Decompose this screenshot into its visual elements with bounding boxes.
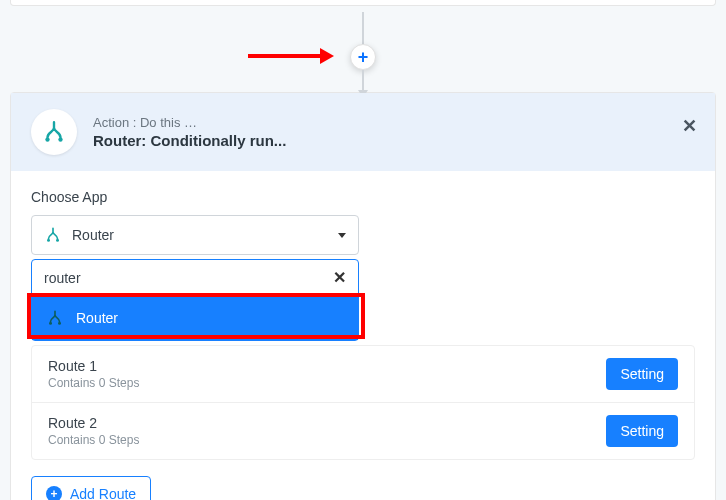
action-title: Router: Conditionally run...	[93, 132, 286, 149]
card-header[interactable]: Action : Do this … Router: Conditionally…	[11, 93, 715, 171]
router-icon	[46, 309, 64, 327]
svg-point-3	[56, 239, 59, 242]
add-route-button[interactable]: + Add Route	[31, 476, 151, 500]
svg-point-5	[58, 322, 61, 325]
route-setting-button[interactable]: Setting	[606, 415, 678, 447]
connector-line	[362, 70, 364, 90]
app-select[interactable]: Router	[31, 215, 359, 255]
route-name: Route 1	[48, 358, 139, 374]
plus-circle-icon: +	[46, 486, 62, 500]
route-steps: Contains 0 Steps	[48, 376, 139, 390]
app-option-router[interactable]: Router	[32, 296, 358, 340]
add-step-button[interactable]: +	[350, 44, 376, 70]
app-search-input[interactable]	[44, 270, 333, 286]
connector-line	[362, 12, 364, 44]
route-setting-button[interactable]: Setting	[606, 358, 678, 390]
app-icon-circle	[31, 109, 77, 155]
route-steps: Contains 0 Steps	[48, 433, 139, 447]
route-name: Route 2	[48, 415, 139, 431]
app-option-label: Router	[76, 310, 118, 326]
svg-point-1	[58, 137, 62, 141]
app-select-value: Router	[72, 227, 328, 243]
close-icon[interactable]: ✕	[682, 115, 697, 137]
clear-search-icon[interactable]: ✕	[333, 268, 346, 287]
app-dropdown: ✕ Router	[31, 259, 359, 341]
router-icon	[41, 119, 67, 145]
svg-point-2	[47, 239, 50, 242]
add-route-label: Add Route	[70, 486, 136, 500]
svg-point-4	[49, 322, 52, 325]
choose-app-label: Choose App	[31, 189, 695, 205]
action-label: Action : Do this …	[93, 115, 286, 130]
step-connector: +	[0, 6, 726, 92]
annotation-arrow	[248, 48, 334, 64]
action-card: Action : Do this … Router: Conditionally…	[10, 92, 716, 500]
chevron-down-icon	[338, 233, 346, 238]
routes-list: Route 1 Contains 0 Steps Setting Route 2…	[31, 345, 695, 460]
route-row: Route 2 Contains 0 Steps Setting	[32, 402, 694, 459]
route-row: Route 1 Contains 0 Steps Setting	[32, 346, 694, 402]
router-icon	[44, 226, 62, 244]
plus-icon: +	[358, 47, 369, 68]
svg-point-0	[45, 137, 49, 141]
